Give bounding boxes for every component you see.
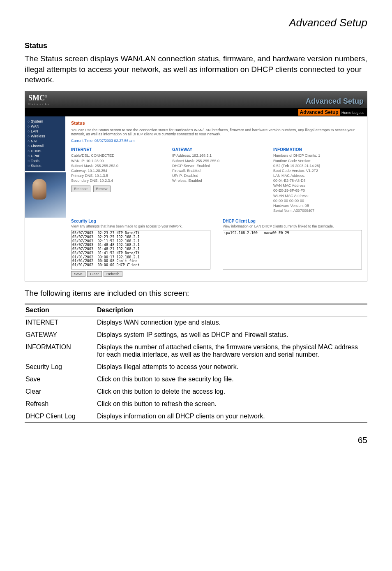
info-line: Numbers of DHCP Clients: 1	[273, 153, 362, 158]
following-items-text: The following items are included on this…	[25, 289, 367, 298]
table-row: Security LogDisplays illegal attempts to…	[25, 361, 367, 373]
dhcp-log-sub: View information on LAN DHCP clients cur…	[223, 224, 362, 228]
sidebar-item-firewall[interactable]: Firewall	[27, 144, 64, 149]
subheader-setup-badge: Advanced Setup	[298, 109, 340, 116]
info-line: 00-04-E2-78-A8-D6	[273, 178, 362, 183]
sidebar-item-ddns[interactable]: DDNS	[27, 149, 64, 153]
row-section: INFORMATION	[25, 341, 96, 361]
col-information: INFORMATION Numbers of DHCP Clients: 1 R…	[273, 147, 362, 213]
security-log-title: Security Log	[71, 219, 210, 223]
info-line: 00-00-00-00-00-00	[273, 198, 362, 203]
info-line: 00-E0-29-8F-69-F0	[273, 188, 362, 193]
gateway-line: Wireless: Enabled	[172, 178, 261, 183]
section-heading-status: Status	[25, 42, 367, 50]
col-gateway: GATEWAY IP Address: 192.168.2.1 Subnet M…	[172, 147, 261, 213]
clear-button[interactable]: Clear	[87, 271, 102, 277]
brand-logo: SMC® Networks	[28, 94, 50, 106]
refresh-button[interactable]: Refresh	[104, 271, 122, 277]
router-sidebar: System WAN LAN Wireless NAT Firewall DDN…	[25, 116, 65, 171]
table-head-description: Description	[96, 304, 367, 316]
subheader-links[interactable]: Home Logout	[341, 111, 364, 115]
gateway-line: DHCP Server: Enabled	[172, 163, 261, 168]
row-desc: Click on this button to save the securit…	[96, 373, 367, 385]
sidebar-item-nat[interactable]: NAT	[27, 139, 64, 144]
sidebar-photo	[25, 172, 66, 218]
table-row: INTERNETDisplays WAN connection type and…	[25, 316, 367, 329]
dhcp-log-title: DHCP Client Log	[223, 219, 362, 223]
table-row: DHCP Client LogDisplays information on a…	[25, 410, 367, 423]
row-desc: Displays the number of attached clients,…	[96, 341, 367, 361]
row-section: INTERNET	[25, 316, 96, 329]
row-desc: Displays WAN connection type and status.	[96, 316, 367, 329]
security-log-sub: View any attempts that have been made to…	[71, 224, 210, 228]
info-line: Serial Num: A307009407	[273, 208, 362, 213]
intro-paragraph: The Status screen displays WAN/LAN conne…	[25, 53, 367, 85]
gateway-line: Subnet Mask: 255.255.255.0	[172, 158, 261, 163]
router-main-desc: You can use the Status screen to see the…	[71, 128, 362, 136]
internet-line: Primary DNS: 10.1.3.5	[71, 173, 160, 178]
table-row: SaveClick on this button to save the sec…	[25, 373, 367, 385]
row-desc: Displays system IP settings, as well as …	[96, 329, 367, 341]
row-desc: Click on this button to refresh the scre…	[96, 398, 367, 410]
row-desc: Displays information on all DHCP clients…	[96, 410, 367, 423]
table-row: RefreshClick on this button to refresh t…	[25, 398, 367, 410]
gateway-line: UPnP: Disabled	[172, 173, 261, 178]
sidebar-item-lan[interactable]: LAN	[27, 129, 64, 134]
sidebar-item-tools[interactable]: Tools	[27, 158, 64, 163]
row-desc: Click on this button to delete the acces…	[96, 385, 367, 398]
row-section: GATEWAY	[25, 329, 96, 341]
info-line: Hardware Version: 0B	[273, 203, 362, 208]
dhcp-log-col: DHCP Client Log View information on LAN …	[223, 219, 362, 277]
table-row: ClearClick on this button to delete the …	[25, 385, 367, 398]
table-row: INFORMATIONDisplays the number of attach…	[25, 341, 367, 361]
gateway-line: Firewall: Enabled	[172, 168, 261, 173]
router-subheader: Advanced Setup Home Logout	[25, 108, 367, 116]
info-line: 0.52 (Feb 19 2003 21:14:28)	[273, 163, 362, 168]
router-main-title: Status	[71, 121, 362, 125]
table-head-section: Section	[25, 304, 96, 316]
row-desc: Displays illegal attempts to access your…	[96, 361, 367, 373]
sidebar-item-wireless[interactable]: Wireless	[27, 134, 64, 139]
security-log-col: Security Log View any attempts that have…	[71, 219, 210, 277]
brand-sub: Networks	[28, 102, 50, 106]
page-title: Advanced Setup	[25, 16, 367, 29]
internet-line: Subnet Mask: 255.255.252.0	[71, 163, 160, 168]
save-button[interactable]: Save	[71, 271, 85, 277]
info-line: LAN MAC Address:	[273, 173, 362, 178]
info-line: WLAN MAC Address:	[273, 193, 362, 198]
router-current-time: Current Time: 03/07/2003 02:27:56 am	[71, 139, 362, 143]
row-section: Refresh	[25, 398, 96, 410]
col-internet: INTERNET Cable/DSL: CONNECTED WAN IP: 10…	[71, 147, 160, 213]
header-gradient-text: Advanced Setup	[306, 97, 364, 106]
sidebar-item-system[interactable]: System	[27, 119, 64, 124]
sidebar-item-upnp[interactable]: UPnP	[27, 153, 64, 158]
internet-line: Gateway: 10.1.28.254	[71, 168, 160, 173]
info-line: WAN MAC Address:	[273, 183, 362, 188]
release-button[interactable]: Release	[71, 186, 90, 192]
internet-line: Secondary DNS: 10.2.3.4	[71, 178, 160, 183]
row-section: Save	[25, 373, 96, 385]
row-section: Clear	[25, 385, 96, 398]
sidebar-item-wan[interactable]: WAN	[27, 124, 64, 129]
row-section: DHCP Client Log	[25, 410, 96, 423]
router-header: SMC® Networks Advanced Setup	[25, 91, 367, 108]
gateway-line: IP Address: 192.168.2.1	[172, 153, 261, 158]
renew-button[interactable]: Renew	[93, 186, 111, 192]
internet-line: Cable/DSL: CONNECTED	[71, 153, 160, 158]
dhcp-log-box[interactable]: ip=192.168.2.100 mac=00-E0-29-	[223, 230, 362, 269]
col-gateway-title: GATEWAY	[172, 147, 261, 153]
brand-main: SMC	[28, 94, 45, 102]
row-section: Security Log	[25, 361, 96, 373]
description-table: Section Description INTERNETDisplays WAN…	[25, 304, 367, 423]
security-log-box[interactable]: 03/07/2003 02:23:27 NTP Date/Ti 03/07/20…	[71, 230, 210, 269]
sidebar-item-status[interactable]: Status	[27, 163, 64, 168]
info-line: Runtime Code Version:	[273, 158, 362, 163]
info-line: Boot Code Version: V1.2T2	[273, 168, 362, 173]
col-info-title: INFORMATION	[273, 147, 362, 153]
internet-line: WAN IP: 10.1.28.90	[71, 158, 160, 163]
router-screenshot: SMC® Networks Advanced Setup Advanced Se…	[25, 91, 367, 281]
table-row: GATEWAYDisplays system IP settings, as w…	[25, 329, 367, 341]
col-internet-title: INTERNET	[71, 147, 160, 153]
page-number: 65	[25, 435, 367, 445]
